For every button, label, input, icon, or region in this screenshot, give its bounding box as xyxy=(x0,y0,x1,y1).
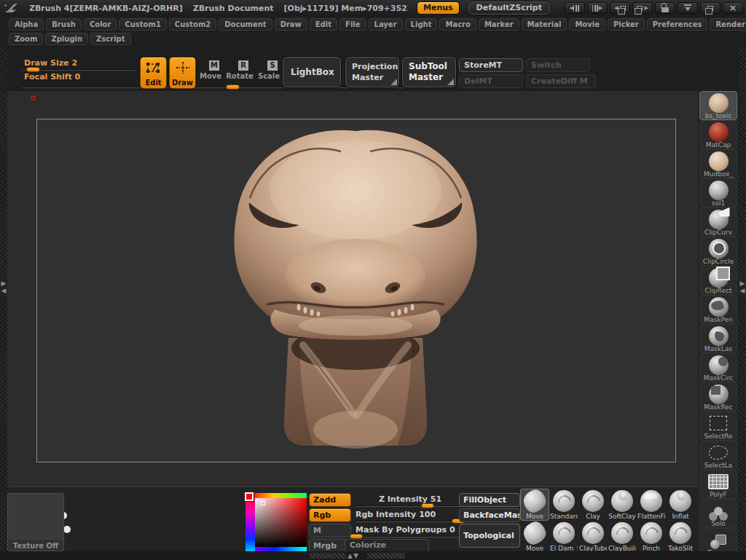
tool-item[interactable]: PolyF xyxy=(699,470,737,499)
tool-item[interactable]: MaskRec xyxy=(699,382,737,411)
tool-item[interactable]: ClipRect xyxy=(699,266,737,295)
menu-item[interactable]: Material xyxy=(522,18,568,31)
window-control-button[interactable]: ▶ xyxy=(632,2,653,14)
right-panel-rail[interactable]: ▶ ◀ xyxy=(739,46,746,560)
creatediff-button[interactable]: CreateDiff M xyxy=(526,74,596,88)
draw-mode-toggle[interactable]: M xyxy=(309,524,351,537)
topological-button[interactable]: Topological xyxy=(459,524,520,548)
menu-item[interactable]: Document xyxy=(219,18,272,31)
backface-mask-button[interactable]: BackfaceMas xyxy=(459,508,520,522)
current-slot-tile[interactable]: Texture Off xyxy=(7,493,64,551)
move-transform-button[interactable]: M Move xyxy=(197,58,224,89)
menu-item[interactable]: Draw xyxy=(275,18,307,31)
scroll-grip-left[interactable] xyxy=(310,553,346,559)
draw-mode-toggle[interactable]: Rgb xyxy=(309,508,351,522)
brush-item[interactable]: Standard xyxy=(549,489,578,521)
switch-button[interactable]: Switch xyxy=(526,58,590,72)
draw-mode-button[interactable]: Draw xyxy=(169,57,196,89)
subtool-master-button[interactable]: SubTool Master xyxy=(402,57,456,87)
tool-item[interactable]: SelectRe xyxy=(699,411,737,441)
menu-item[interactable]: File xyxy=(339,18,366,31)
window-control-button[interactable]: ◀ xyxy=(565,2,585,14)
tool-item[interactable]: ClipCurv xyxy=(699,208,737,237)
default-zscript-button[interactable]: DefaultZScript xyxy=(468,1,550,15)
tool-item[interactable]: ClipCircle xyxy=(699,237,737,266)
saturation-value-square[interactable] xyxy=(255,498,307,547)
menu-item[interactable]: Macro xyxy=(439,18,476,31)
tool-item[interactable]: MaskLas xyxy=(699,324,737,353)
canvas-area[interactable] xyxy=(7,91,698,486)
window-control-button[interactable]: × xyxy=(723,2,743,14)
hue-strip-top[interactable] xyxy=(255,493,307,498)
tool-item[interactable]: Mudbox_ xyxy=(699,149,737,178)
brush-item[interactable]: ClayTube xyxy=(578,521,608,553)
left-rail-toggle[interactable]: ▶ ◀ xyxy=(0,277,7,296)
menu-item[interactable]: Zplugin xyxy=(45,33,88,45)
menu-item[interactable]: Layer xyxy=(369,18,403,31)
scale-transform-button[interactable]: S Scale xyxy=(255,58,283,89)
brush-item[interactable]: Pinch xyxy=(637,521,666,553)
window-control-button[interactable] xyxy=(700,2,721,14)
right-rail-toggle[interactable]: ▶ ◀ xyxy=(739,277,746,296)
tool-item[interactable]: sol1 xyxy=(699,178,737,208)
tool-item[interactable]: Solo xyxy=(699,499,737,528)
menu-item[interactable]: Edit xyxy=(310,18,337,31)
menu-item[interactable]: Brush xyxy=(46,18,82,31)
brush-item[interactable]: FlattenFi xyxy=(637,489,666,521)
menu-item[interactable]: Custom1 xyxy=(119,18,166,31)
brush-item[interactable]: El Dam_St. xyxy=(549,521,578,553)
brush-item[interactable]: ClayBuild xyxy=(608,521,637,553)
panel-open-icon[interactable]: ▶ xyxy=(739,280,746,287)
tool-item[interactable]: MatCap xyxy=(699,120,737,149)
mask-polygroups-handle[interactable] xyxy=(350,534,363,539)
edit-mode-button[interactable]: Edit xyxy=(140,57,167,89)
colorize-button[interactable]: Colorize xyxy=(345,539,429,552)
menu-item[interactable]: Preferences xyxy=(647,18,708,31)
window-control-button[interactable] xyxy=(678,2,698,14)
menu-item[interactable]: Movie xyxy=(569,18,605,31)
rotate-transform-button[interactable]: R Rotate xyxy=(226,58,254,89)
alligator-head-sculpt[interactable] xyxy=(232,121,479,449)
brush-item[interactable]: Inflat xyxy=(666,489,695,521)
draw-size-slider-handle[interactable] xyxy=(26,67,40,72)
window-control-button[interactable]: ◀ xyxy=(610,2,630,14)
panel-close-icon[interactable]: ◀ xyxy=(0,287,7,294)
del-mt-button[interactable]: DelMT xyxy=(459,74,523,88)
z-intensity-slider[interactable]: Z Intensity 51 xyxy=(356,494,465,507)
menu-item[interactable]: Alpha xyxy=(9,18,44,31)
menu-item[interactable]: Picker xyxy=(608,18,645,31)
panel-close-icon[interactable]: ◀ xyxy=(739,287,746,294)
projection-master-button[interactable]: Projection Master xyxy=(345,57,399,87)
brush-item[interactable]: Clay xyxy=(578,489,608,521)
scroll-up-icon[interactable]: ▲ xyxy=(348,552,353,559)
menu-item[interactable]: Zscript xyxy=(90,33,130,45)
window-control-button[interactable]: ▶ xyxy=(587,2,608,14)
tool-item[interactable]: SelectLa xyxy=(699,441,737,470)
hue-strip-vertical[interactable] xyxy=(246,493,255,552)
fill-object-button[interactable]: FillObject xyxy=(459,493,520,507)
color-cursor[interactable] xyxy=(261,501,265,505)
menu-item[interactable]: Zoom xyxy=(9,33,43,45)
menu-item[interactable]: Custom2 xyxy=(169,18,216,31)
panel-open-icon[interactable]: ▶ xyxy=(0,280,7,287)
lightbox-button[interactable]: LightBox xyxy=(283,57,341,87)
store-mt-button[interactable]: StoreMT xyxy=(459,58,523,72)
menu-item[interactable]: Light xyxy=(405,18,438,31)
z-intensity-handle[interactable] xyxy=(421,503,434,508)
brush-item[interactable]: TakoSlit xyxy=(666,521,695,553)
window-control-button[interactable] xyxy=(655,2,675,14)
tool-item[interactable]: MaskPen xyxy=(699,295,737,324)
tool-item[interactable]: MaskCirc xyxy=(699,353,737,382)
menu-item[interactable]: Render xyxy=(710,18,746,31)
scroll-arrows[interactable]: ▲▼ xyxy=(348,552,359,559)
scroll-down-icon[interactable]: ▼ xyxy=(353,552,359,559)
rgb-intensity-slider[interactable]: Rgb Intensity 100 xyxy=(356,510,465,522)
mask-polygroups-slider[interactable]: Mask By Polygroups 0 xyxy=(350,525,465,537)
left-panel-rail[interactable]: ▶ ◀ xyxy=(0,46,7,560)
draw-mode-toggle[interactable]: Zadd xyxy=(309,493,351,507)
menu-item[interactable]: Marker xyxy=(479,18,519,31)
color-picker[interactable] xyxy=(246,493,307,552)
tool-item[interactable]: bs_toxic xyxy=(699,91,737,120)
brush-item[interactable]: Move xyxy=(520,521,549,553)
menus-button[interactable]: Menus xyxy=(417,1,460,15)
